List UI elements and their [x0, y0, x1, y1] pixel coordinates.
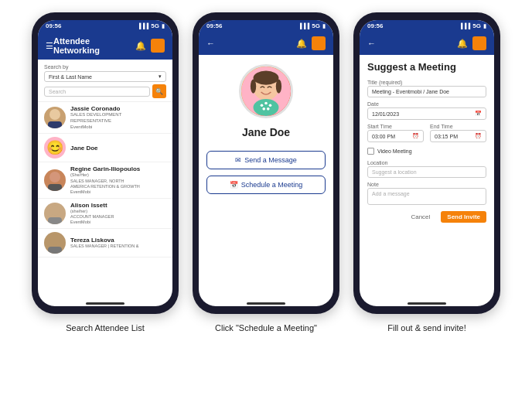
- phone3-user-avatar[interactable]: [472, 36, 486, 50]
- phone3-end-time-label: End Time: [430, 124, 486, 129]
- phone3-title-field: Title (required) Meeting - Eventmobi / J…: [367, 80, 486, 97]
- phone2-action-buttons: ✉ Send a Message 📅 Schedule a Meeting: [206, 151, 326, 194]
- phone1-battery: ▮: [162, 23, 165, 29]
- phone3-clock-start-icon: ⏰: [412, 133, 419, 139]
- attendee-item-jassie[interactable]: Jassie Coronado SALES DEVELOPMENT REPRES…: [38, 102, 172, 134]
- avatar-jassie: [44, 107, 66, 128]
- attendee-name-alison: Alison Issett: [70, 202, 166, 209]
- svg-point-15: [264, 102, 268, 105]
- phone3-note-input[interactable]: Add a message: [367, 188, 486, 205]
- phone2-back-icon[interactable]: ←: [206, 39, 215, 48]
- phone3-status-bar: 09:56 ▐▐▐ 5G ▮: [360, 20, 494, 32]
- phone1-search-input[interactable]: Search: [44, 87, 150, 97]
- phone3-end-time-field: End Time 03:15 PM ⏰: [430, 124, 486, 142]
- phone3-start-time-input[interactable]: 03:00 PM ⏰: [367, 130, 424, 142]
- phone2-home-bar: [247, 302, 285, 305]
- phone3-battery: ▮: [483, 23, 486, 29]
- phone3-date-label: Date: [367, 101, 486, 107]
- phone3-note-placeholder: Add a message: [372, 191, 410, 196]
- phone1-user-avatar[interactable]: [151, 39, 165, 53]
- phone1-bell-icon[interactable]: 🔔: [135, 41, 146, 51]
- avatar-alison: [44, 203, 66, 224]
- phone3-video-meeting-checkbox[interactable]: [367, 148, 374, 155]
- phone3-video-meeting-row: Video Meeting: [367, 148, 486, 155]
- phone3-screen: 09:56 ▐▐▐ 5G ▮ ← 🔔 S: [360, 20, 494, 306]
- avatar-jane: 😊: [44, 137, 66, 159]
- phone3-back-icon[interactable]: ←: [367, 39, 376, 48]
- phone2-status-bar: 09:56 ▐▐▐ 5G ▮: [199, 20, 333, 32]
- phone2-header-icons: 🔔: [296, 36, 326, 50]
- phone1-header: ☰ Attendee Networking 🔔: [38, 32, 172, 60]
- svg-point-6: [49, 234, 60, 245]
- phone1-search-dropdown[interactable]: First & Last Name ▾: [44, 71, 166, 82]
- phone2-network: 5G: [312, 22, 320, 29]
- svg-rect-7: [48, 247, 62, 254]
- phone1-search-button[interactable]: 🔍: [152, 84, 166, 98]
- phone2-caption: Click "Schedule a Meeting": [215, 323, 317, 332]
- phone3-location-label: Location: [367, 160, 486, 165]
- attendee-item-regine[interactable]: Regine Garin-Iliopoulos (She/Her) SALES …: [38, 162, 172, 199]
- phone2-schedule-meeting-button[interactable]: 📅 Schedule a Meeting: [206, 176, 326, 194]
- phone1-search-section: Search by First & Last Name ▾ Search 🔍: [38, 60, 172, 102]
- phone3-form-content: Suggest a Meeting Title (required) Meeti…: [360, 55, 494, 299]
- phone1-dropdown-value: First & Last Name: [49, 74, 92, 80]
- phone2-content: Jane Doe ✉ Send a Message 📅 Schedule a M…: [199, 55, 333, 299]
- phone1-dropdown-arrow: ▾: [159, 73, 162, 80]
- svg-rect-5: [48, 217, 62, 224]
- phone2-bell-icon[interactable]: 🔔: [296, 39, 307, 49]
- phone3-col: 09:56 ▐▐▐ 5G ▮ ← 🔔 S: [353, 12, 500, 332]
- attendee-info-alison: Alison Issett (she/her) ACCOUNT MANAGER …: [70, 202, 166, 225]
- phone2-calendar-icon: 📅: [230, 181, 238, 189]
- phone1-time: 09:56: [46, 22, 61, 29]
- phone3-caption: Fill out & send invite!: [387, 323, 466, 332]
- phone3-bell-icon[interactable]: 🔔: [457, 39, 468, 49]
- svg-rect-3: [48, 184, 62, 191]
- phone3-form-title: Suggest a Meeting: [367, 61, 486, 73]
- phone2-send-message-button[interactable]: ✉ Send a Message: [206, 151, 326, 169]
- phone1-screen: 09:56 ▐▐▐ 5G ▮ ☰ Attendee Networking 🔔: [38, 20, 172, 306]
- phone2-frame: 09:56 ▐▐▐ 5G ▮ ← 🔔: [193, 12, 339, 314]
- phone2-user-avatar[interactable]: [312, 36, 326, 50]
- phone1-search-label: Search by: [44, 64, 166, 70]
- svg-point-4: [49, 205, 60, 216]
- phone3-start-time-label: Start Time: [367, 124, 424, 129]
- phone3-send-invite-button[interactable]: Send Invite: [441, 211, 486, 223]
- attendee-item-tereza[interactable]: Tereza Liskova SALES MANAGER | RETENTION…: [38, 229, 172, 257]
- attendee-role-jassie: SALES DEVELOPMENT REPRESENTATIVE EventMo…: [70, 112, 166, 130]
- svg-point-16: [269, 104, 272, 107]
- attendee-name-regine: Regine Garin-Iliopoulos: [70, 165, 166, 172]
- phone1-frame: 09:56 ▐▐▐ 5G ▮ ☰ Attendee Networking 🔔: [32, 12, 179, 314]
- phone3-location-field: Location Suggest a location: [367, 160, 486, 178]
- phone3-end-time-value: 03:15 PM: [435, 134, 458, 139]
- phone3-end-time-input[interactable]: 03:15 PM ⏰: [430, 130, 486, 142]
- phone3-location-input[interactable]: Suggest a location: [367, 166, 486, 178]
- phone2-col: 09:56 ▐▐▐ 5G ▮ ← 🔔: [193, 12, 339, 332]
- attendee-item-jane[interactable]: 😊 Jane Doe: [38, 134, 172, 162]
- phone2-schedule-meeting-label: Schedule a Meeting: [241, 181, 303, 189]
- svg-point-10: [254, 70, 279, 84]
- phone3-title-label: Title (required): [367, 80, 486, 85]
- phone1-search-row: Search 🔍: [44, 84, 166, 98]
- phone1-header-title: Attendee Networking: [53, 36, 135, 55]
- phone1-status-right: ▐▐▐ 5G ▮: [137, 22, 165, 29]
- phone1-network: 5G: [151, 22, 159, 29]
- attendee-item-alison[interactable]: Alison Issett (she/her) ACCOUNT MANAGER …: [38, 199, 172, 229]
- phone1-attendee-list: Jassie Coronado SALES DEVELOPMENT REPRES…: [38, 102, 172, 299]
- phone3-time: 09:56: [367, 22, 383, 29]
- phone3-title-value: Meeting - Eventmobi / Jane Doe: [372, 89, 449, 94]
- phone1-search-placeholder: Search: [49, 89, 66, 94]
- phone3-video-meeting-label: Video Meeting: [377, 148, 412, 154]
- phone3-time-row: Start Time 03:00 PM ⏰ End Time 03:15 PM …: [367, 124, 486, 142]
- attendee-info-jassie: Jassie Coronado SALES DEVELOPMENT REPRES…: [70, 105, 166, 130]
- phone3-note-field: Note Add a message: [367, 182, 486, 205]
- phone2-time: 09:56: [206, 22, 222, 29]
- phone3-cancel-button[interactable]: Cancel: [404, 211, 436, 223]
- attendee-role-tereza: SALES MANAGER | RETENTION &: [70, 244, 166, 249]
- svg-point-2: [49, 172, 60, 182]
- phone3-header-icons: 🔔: [457, 36, 486, 50]
- phone1-menu-icon[interactable]: ☰: [46, 41, 53, 51]
- phone3-date-input[interactable]: 12/01/2023 📅: [367, 107, 486, 120]
- attendee-name-jassie: Jassie Coronado: [70, 105, 166, 112]
- phone3-title-input[interactable]: Meeting - Eventmobi / Jane Doe: [367, 86, 486, 97]
- phone3-clock-end-icon: ⏰: [475, 133, 482, 139]
